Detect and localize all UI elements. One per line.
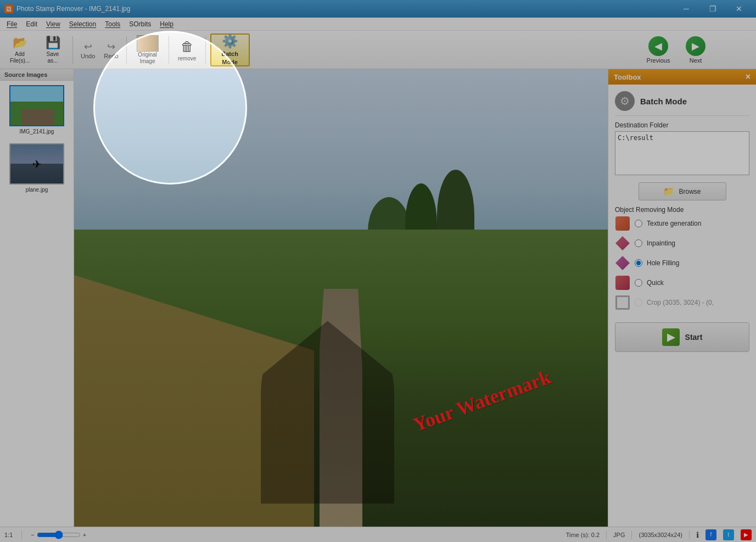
crop-radio: [635, 299, 642, 306]
menu-selection[interactable]: Selection: [65, 18, 100, 30]
quick-radio[interactable]: [635, 279, 642, 287]
destination-folder-input[interactable]: C:\result: [615, 131, 749, 175]
menu-edit[interactable]: Edit: [21, 18, 42, 30]
mode-inpainting-option[interactable]: Inpainting: [615, 233, 749, 253]
image-canvas[interactable]: Your Watermark: [74, 69, 608, 527]
browse-section: 📁 Browse: [615, 182, 749, 200]
inpainting-mode-icon: [615, 236, 630, 251]
batch-mode-header: ⚙ Batch Mode: [615, 91, 749, 116]
mode-texture-option[interactable]: Texture generation: [615, 214, 749, 233]
window-title: Photo Stamp Remover - IMG_2141.jpg: [16, 5, 130, 13]
next-button[interactable]: ▶ Next: [679, 36, 712, 64]
title-bar-left: 🖼 Photo Stamp Remover - IMG_2141.jpg: [4, 4, 130, 13]
mode-quick-option[interactable]: Quick: [615, 273, 749, 293]
info-icon[interactable]: ℹ: [696, 530, 699, 539]
close-button[interactable]: ✕: [726, 0, 752, 18]
zoom-minus-icon[interactable]: −: [31, 532, 34, 538]
sep-3: [169, 36, 169, 64]
browse-button[interactable]: 📁 Browse: [639, 182, 726, 200]
dimensions-label: (3035x3024x24): [639, 532, 682, 538]
source-item-plane[interactable]: ✈ plane.jpg: [0, 139, 74, 197]
format-label: JPG: [613, 532, 625, 538]
zoom-plus-icon[interactable]: +: [83, 532, 86, 538]
remove-icon: 🗑: [178, 38, 196, 55]
redo-button[interactable]: ↪ Redo: [100, 40, 121, 60]
facebook-icon[interactable]: f: [705, 529, 716, 540]
window-controls: ─ ❐ ✕: [674, 0, 752, 18]
hole-filling-mode-icon: [615, 255, 630, 271]
sep-2: [126, 36, 127, 64]
browse-folder-icon: 📁: [663, 186, 674, 197]
status-sep-2: [606, 530, 607, 539]
undo-icon: ↩: [84, 41, 92, 53]
crop-label: Crop (3035, 3024) - (0,: [647, 299, 714, 306]
next-label: Next: [690, 57, 702, 64]
batch-gear-icon: ⚙️: [222, 33, 238, 49]
menu-tools[interactable]: Tools: [100, 18, 125, 30]
sky-layer: [74, 69, 608, 230]
start-label: Start: [685, 333, 703, 342]
youtube-icon[interactable]: ▶: [741, 529, 752, 540]
zoom-control: − +: [31, 530, 86, 539]
previous-button[interactable]: ◀ Previous: [642, 36, 675, 64]
save-as-button[interactable]: 💾 Saveas...: [37, 33, 68, 66]
save-as-label: Saveas...: [47, 51, 59, 64]
add-files-icon: 📂: [13, 36, 27, 50]
inpainting-radio[interactable]: [635, 239, 642, 247]
menu-view[interactable]: View: [42, 18, 65, 30]
original-image-button[interactable]: OriginalImage: [131, 33, 164, 67]
batch-mode-title: Batch Mode: [640, 97, 687, 106]
toolbox-body: ⚙ Batch Mode Destination Folder C:\resul…: [608, 85, 756, 359]
restore-button[interactable]: ❐: [700, 0, 725, 18]
twitter-icon[interactable]: t: [723, 529, 734, 540]
menu-help[interactable]: Help: [155, 18, 178, 30]
texture-mode-icon: [615, 216, 630, 231]
source-panel-header: Source Images: [0, 69, 74, 81]
start-button[interactable]: ▶ Start: [615, 322, 749, 352]
remove-button[interactable]: 🗑 remove: [173, 36, 201, 64]
texture-radio[interactable]: [635, 220, 642, 227]
zoom-slider[interactable]: [37, 530, 81, 539]
quick-mode-icon: [615, 275, 630, 290]
time-label: Time (s): 0.2: [566, 532, 600, 538]
source-name-img2141: IMG_2141.jpg: [20, 128, 54, 135]
app-icon: 🖼: [4, 4, 13, 13]
mode-hole-filling-option[interactable]: Hole Filling: [615, 253, 749, 273]
undo-button[interactable]: ↩ Undo: [77, 40, 98, 60]
add-files-button[interactable]: 📂 AddFile(s)...: [4, 33, 35, 66]
main-content: Source Images IMG_2141.jpg ✈ plane.jpg: [0, 69, 756, 527]
batch-mode-button[interactable]: ⚙️ BatchMode: [210, 33, 250, 66]
save-icon: 💾: [46, 36, 60, 50]
toolbox-header: Toolbox ×: [608, 69, 756, 85]
hole-filling-radio[interactable]: [635, 259, 642, 267]
next-icon: ▶: [686, 36, 705, 56]
status-bar: 1:1 − + Time (s): 0.2 JPG (3035x3024x24)…: [0, 527, 756, 542]
mode-crop-option[interactable]: Crop (3035, 3024) - (0,: [615, 293, 749, 312]
status-sep-3: [631, 530, 632, 539]
crop-mode-icon: [615, 295, 630, 310]
toolbox-panel: Toolbox × ⚙ Batch Mode Destination Folde…: [608, 69, 756, 527]
toolbar: 📂 AddFile(s)... 💾 Saveas... ↩ Undo ↪ Red…: [0, 31, 756, 69]
source-thumb-plane: ✈: [9, 143, 64, 185]
source-name-plane: plane.jpg: [26, 187, 48, 193]
inpainting-label: Inpainting: [647, 239, 675, 247]
minimize-button[interactable]: ─: [674, 0, 699, 18]
nav-buttons: ◀ Previous ▶ Next: [642, 36, 712, 64]
sep-1: [72, 36, 73, 64]
zoom-level: 1:1: [4, 532, 13, 538]
menu-file[interactable]: File: [2, 18, 21, 30]
redo-label: Redo: [104, 53, 118, 59]
landscape-thumbnail: [10, 86, 63, 125]
menu-sorbits[interactable]: SОrbits: [125, 18, 155, 30]
texture-label: Texture generation: [647, 220, 701, 227]
toolbox-title: Toolbox: [614, 73, 641, 81]
undo-label: Undo: [81, 53, 95, 59]
source-images-panel: Source Images IMG_2141.jpg ✈ plane.jpg: [0, 69, 74, 527]
status-right: Time (s): 0.2 JPG (3035x3024x24) ℹ f t ▶: [566, 529, 752, 540]
toolbox-close-button[interactable]: ×: [746, 72, 751, 81]
batch-gear-icon-large: ⚙: [615, 91, 635, 111]
batch-mode-label: BatchMode: [221, 50, 238, 66]
previous-icon: ◀: [648, 36, 668, 56]
source-item-img2141[interactable]: IMG_2141.jpg: [0, 81, 74, 139]
sep-4: [205, 36, 206, 64]
